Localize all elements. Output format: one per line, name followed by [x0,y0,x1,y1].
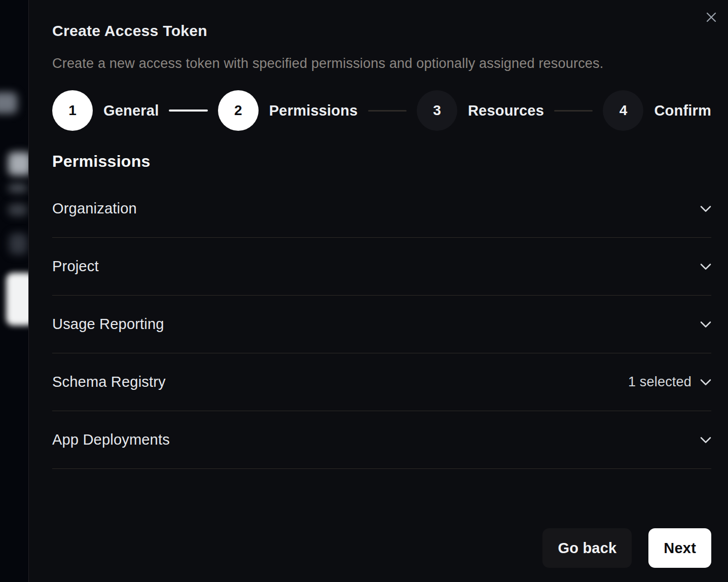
go-back-button[interactable]: Go back [542,528,632,568]
backdrop-blur-artifact [9,233,27,254]
step-resources[interactable]: 3 Resources [417,90,544,131]
close-icon [706,12,717,23]
accordion-label: Project [52,258,99,275]
accordion-row-organization[interactable]: Organization [52,180,711,238]
accordion-row-app-deployments[interactable]: App Deployments [52,411,711,469]
step-label: General [103,102,159,119]
step-connector [368,110,407,112]
chevron-down-icon [700,321,711,328]
backdrop-blur-artifact [0,92,17,114]
screen: Create Access Token Create a new access … [0,0,728,582]
permissions-section-heading: Permissions [52,152,711,170]
permissions-accordion: Organization Project [52,180,711,469]
step-confirm[interactable]: 4 Confirm [603,90,711,131]
step-number-badge: 1 [52,90,93,131]
step-label: Resources [468,102,544,119]
chevron-down-icon [700,379,711,386]
accordion-label: Usage Reporting [52,316,164,333]
accordion-row-usage-reporting[interactable]: Usage Reporting [52,296,711,353]
backdrop-blur-artifact [8,204,27,216]
backdrop-blur-artifact [8,152,28,175]
step-label: Permissions [269,102,358,119]
selected-count-badge: 1 selected [628,374,691,390]
step-connector [554,110,593,112]
chevron-down-icon [700,437,711,444]
backdrop-blur-artifact [6,273,28,325]
create-access-token-modal: Create Access Token Create a new access … [28,0,728,582]
accordion-label: App Deployments [52,431,170,448]
accordion-row-schema-registry[interactable]: Schema Registry 1 selected [52,353,711,411]
step-number-badge: 2 [218,90,259,131]
page-backdrop [0,0,28,582]
step-general[interactable]: 1 General [52,90,159,131]
step-number-badge: 3 [417,90,457,131]
backdrop-blur-artifact [8,184,27,193]
step-permissions[interactable]: 2 Permissions [218,90,358,131]
next-button[interactable]: Next [648,528,711,568]
accordion-label: Organization [52,200,137,217]
accordion-label: Schema Registry [52,374,166,390]
close-button[interactable] [706,12,717,23]
chevron-down-icon [700,205,711,212]
modal-title: Create Access Token [52,22,711,40]
step-number-badge: 4 [603,90,643,131]
modal-footer: Go back Next [52,528,711,568]
step-label: Confirm [654,102,711,119]
chevron-down-icon [700,263,711,270]
wizard-stepper: 1 General 2 Permissions 3 Resources 4 Co… [52,90,711,131]
accordion-row-project[interactable]: Project [52,238,711,296]
modal-subtitle: Create a new access token with specified… [52,56,711,71]
step-connector [169,110,207,112]
